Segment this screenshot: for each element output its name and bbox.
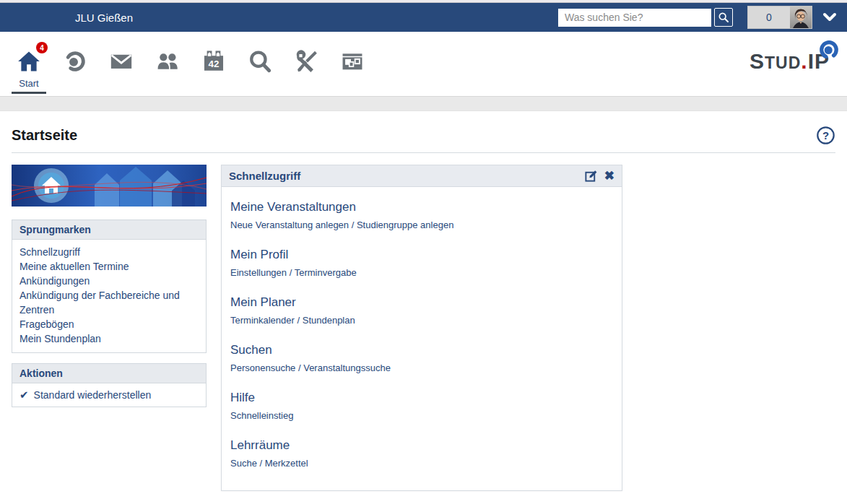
user-menu-chevron[interactable] [822,12,837,22]
nav-tabs: 4 Start [12,32,381,94]
home-icon [17,49,41,74]
board-icon [340,49,365,74]
org-name: JLU Gießen [75,12,133,24]
main-nav: 4 Start [0,32,847,97]
schnellzugriff-title: Schnellzugriff [229,170,584,182]
notification-count: 0 [748,12,790,23]
quicklink-profil: Mein Profil Einstellungen / Terminvergab… [230,248,613,278]
tab-messages[interactable] [104,32,139,94]
quicklink-sub[interactable]: Terminkalender / Stundenplan [230,315,613,326]
close-icon[interactable]: ✖ [604,170,614,182]
envelope-icon [109,49,134,74]
studip-spiral-icon [818,39,840,61]
people-icon [155,49,180,74]
page-title: Startseite [12,127,816,144]
search-icon [718,12,729,23]
svg-text:?: ? [822,129,829,142]
sprungmarke-ankuendigungen[interactable]: Ankündigungen [19,274,199,288]
quicklink-title[interactable]: Suchen [230,343,613,357]
tab-courses[interactable] [58,32,92,94]
page-gray-band [0,97,847,111]
check-icon: ✔ [19,388,29,401]
tools-icon [294,49,318,74]
sidebar: Sprungmarken Schnellzugriff Meine aktuel… [12,165,207,504]
calendar-42-icon: 42 [201,49,226,74]
quicklink-title[interactable]: Mein Planer [230,295,613,310]
notification-counter[interactable]: 0 [747,6,812,29]
tab-bulletin-board[interactable] [335,32,370,94]
magnifier-icon [248,49,272,74]
tab-tools[interactable] [289,32,323,94]
studip-logo[interactable]: STUD.IP [750,51,830,72]
homepage-banner-image [12,165,207,207]
action-restore-default[interactable]: ✔ Standard wiederherstellen [12,383,206,407]
sprungmarken-box: Sprungmarken Schnellzugriff Meine aktuel… [12,220,207,353]
svg-text:42: 42 [209,58,220,69]
tab-start-label: Start [19,78,38,89]
quicklink-veranstaltungen: Meine Veranstaltungen Neue Veranstaltung… [230,200,613,230]
sprungmarke-stundenplan[interactable]: Mein Stundenplan [19,331,199,346]
help-icon: ? [816,126,835,145]
quicklink-lehrraeume: Lehrräume Suche / Merkzettel [230,438,613,469]
aktionen-title: Aktionen [12,364,206,383]
content-area: Startseite ? [0,126,847,504]
sprungmarke-frageboegen[interactable]: Fragebögen [19,317,199,331]
quicklink-sub[interactable]: Suche / Merkzettel [230,458,613,469]
heading-divider [12,152,835,153]
tab-community[interactable] [150,32,185,94]
edit-icon[interactable] [584,169,598,183]
quicklink-sub[interactable]: Schnelleinstieg [230,410,613,421]
top-bar: JLU Gießen 0 [0,3,847,32]
help-button[interactable]: ? [816,126,835,145]
quicklink-suchen: Suchen Personensuche / Veranstaltungssuc… [230,343,613,373]
quicklink-sub[interactable]: Neue Veranstaltung anlegen / Studiengrup… [230,220,613,230]
quicklink-title[interactable]: Lehrräume [230,438,613,453]
schnellzugriff-widget: Schnellzugriff ✖ Meine Veranstaltungen N… [221,165,622,491]
tab-start[interactable]: 4 Start [12,32,46,94]
sprungmarke-fachbereiche[interactable]: Ankündigung der Fachbereiche und Zentren [19,288,199,317]
tab-search[interactable] [243,32,277,94]
sprungmarken-title: Sprungmarken [12,220,206,240]
main-column: Schnellzugriff ✖ Meine Veranstaltungen N… [221,165,622,504]
quicklink-hilfe: Hilfe Schnelleinstieg [230,391,613,421]
sprungmarke-termine[interactable]: Meine aktuellen Termine [19,259,199,274]
quicklink-title[interactable]: Meine Veranstaltungen [230,200,613,214]
avatar[interactable] [790,6,812,28]
quicklink-title[interactable]: Mein Profil [230,248,613,262]
quicklink-title[interactable]: Hilfe [230,391,613,405]
search-input[interactable] [558,9,711,27]
chevron-down-icon [822,12,837,22]
restore-default-link[interactable]: Standard wiederherstellen [34,389,152,401]
quicklink-sub[interactable]: Personensuche / Veranstaltungssuche [230,362,613,373]
quicklink-planer: Mein Planer Terminkalender / Stundenplan [230,295,613,326]
tab-planner[interactable]: 42 [196,32,231,94]
aktionen-box: Aktionen ✔ Standard wiederherstellen [12,363,207,407]
search-button[interactable] [714,8,733,27]
sprungmarke-schnellzugriff[interactable]: Schnellzugriff [19,245,199,259]
spiral-icon [63,49,87,74]
home-badge: 4 [36,42,48,53]
quicklink-sub[interactable]: Einstellungen / Terminvergabe [230,267,613,278]
